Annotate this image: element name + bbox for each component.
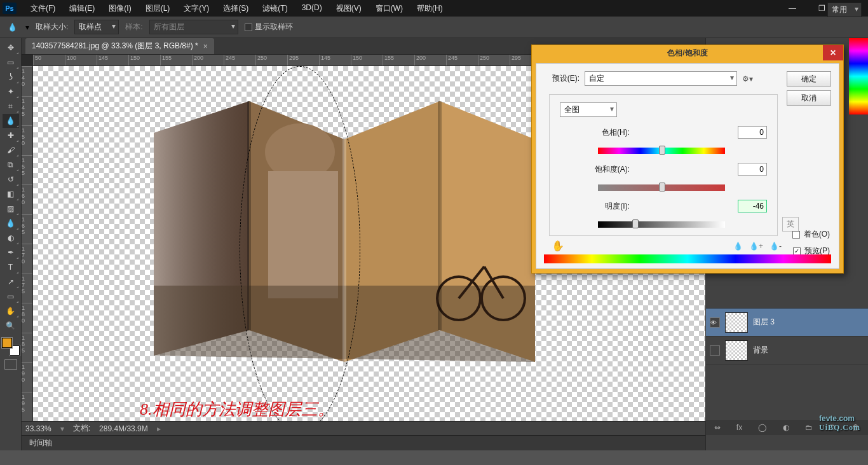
preset-menu-icon[interactable]: ⚙▾: [742, 74, 753, 83]
cancel-button[interactable]: 取消: [787, 90, 831, 106]
sample-size-select[interactable]: 取样点: [74, 20, 119, 34]
workspace-select[interactable]: 常用: [827, 3, 862, 17]
layer-style-icon[interactable]: fx: [736, 423, 742, 432]
menu-help[interactable]: 帮助(H): [410, 1, 449, 17]
selection-marquee: [240, 66, 360, 421]
layer-thumbnail[interactable]: [725, 312, 748, 333]
eyedropper-tool[interactable]: 💧: [3, 114, 19, 128]
hue-label: 色相(H):: [560, 127, 630, 138]
menu-image[interactable]: 图像(I): [102, 1, 137, 17]
main-menu: 文件(F) 编辑(E) 图像(I) 图层(L) 文字(Y) 选择(S) 滤镜(T…: [24, 1, 449, 17]
magic-wand-tool[interactable]: ✦: [3, 85, 19, 99]
colorize-label: 着色(O): [804, 229, 830, 240]
shape-tool[interactable]: ▭: [3, 289, 19, 303]
options-bar: 💧 ▾ 取样大小: 取样点 样本: 所有图层 显示取样环 常用: [0, 17, 868, 38]
ok-button[interactable]: 确定: [787, 71, 831, 87]
lasso-tool[interactable]: ʖ: [3, 70, 19, 84]
layer-name[interactable]: 图层 3: [753, 317, 775, 328]
saturation-slider[interactable]: [598, 184, 725, 191]
visibility-toggle[interactable]: [710, 317, 720, 328]
preset-label: 预设(E):: [544, 73, 580, 84]
hue-input[interactable]: [738, 126, 767, 139]
pen-tool[interactable]: ✒: [3, 246, 19, 260]
quick-mask-toggle[interactable]: [4, 359, 17, 370]
minimize-button[interactable]: —: [778, 1, 807, 15]
path-tool[interactable]: ↗: [3, 275, 19, 289]
menu-window[interactable]: 窗口(W): [369, 1, 409, 17]
layer-name[interactable]: 背景: [753, 345, 768, 356]
toolbox: ✥ ▭ ʖ ✦ ⌗ 💧 ✚ 🖌 ⧉ ↺ ◧ ▨ 💧 ◐ ✒ T ↗ ▭ ✋ 🔍: [0, 38, 22, 450]
dialog-close-button[interactable]: ✕: [823, 45, 843, 60]
saturation-input[interactable]: [738, 163, 767, 176]
sample-label: 样本:: [125, 22, 142, 32]
crop-tool[interactable]: ⌗: [3, 99, 19, 113]
layer-row[interactable]: 图层 3: [706, 309, 868, 337]
document-tab-title: 1403577584281.jpg @ 33.3% (图层 3, RGB/8#)…: [32, 41, 198, 52]
blur-tool[interactable]: 💧: [3, 216, 19, 230]
sample-size-label: 取样大小:: [36, 22, 68, 32]
eyedropper-add-icon[interactable]: 💧+: [749, 242, 763, 251]
layer-row[interactable]: 背景: [706, 337, 868, 364]
sample-layers-select[interactable]: 所有图层: [149, 20, 238, 34]
foreground-color-swatch[interactable]: [2, 338, 12, 348]
timeline-panel-tab[interactable]: 时间轴: [22, 435, 705, 450]
status-bar: 33.33% ▾ 文档: 289.4M/33.9M ▸: [22, 421, 705, 435]
dialog-body: 预设(E): 自定 ⚙▾ 确定 取消 全图 色相(H): 饱和度(A): 明度(…: [536, 63, 839, 269]
group-icon[interactable]: 🗀: [805, 423, 813, 432]
show-ring-label: 显示取样环: [255, 22, 293, 32]
menu-edit[interactable]: 编辑(E): [63, 1, 101, 17]
visibility-toggle[interactable]: [710, 345, 720, 356]
lightness-slider[interactable]: [598, 221, 725, 228]
marquee-tool[interactable]: ▭: [3, 55, 19, 69]
preset-select[interactable]: 自定: [585, 71, 737, 86]
eyedropper-group: 💧 💧+ 💧-: [733, 242, 782, 251]
healing-tool[interactable]: ✚: [3, 128, 19, 142]
saturation-label: 饱和度(A):: [560, 164, 630, 175]
titlebar: Ps 文件(F) 编辑(E) 图像(I) 图层(L) 文字(Y) 选择(S) 滤…: [0, 0, 868, 17]
channel-select[interactable]: 全图: [560, 102, 617, 117]
dodge-tool[interactable]: ◐: [3, 231, 19, 245]
menu-type[interactable]: 文字(Y): [177, 1, 215, 17]
scrubby-hand-icon[interactable]: ✋: [552, 240, 564, 252]
lightness-input[interactable]: [738, 200, 767, 212]
hue-saturation-dialog[interactable]: 色相/饱和度 ✕ 预设(E): 自定 ⚙▾ 确定 取消 全图 色相(H): 饱和…: [531, 45, 844, 274]
history-brush-tool[interactable]: ↺: [3, 172, 19, 186]
color-panel[interactable]: [849, 38, 868, 115]
gradient-tool[interactable]: ▨: [3, 202, 19, 216]
menu-layer[interactable]: 图层(L): [139, 1, 177, 17]
watermark: fevte.com UiBQ.Com: [819, 414, 860, 433]
brush-tool[interactable]: 🖌: [3, 143, 19, 157]
menu-file[interactable]: 文件(F): [24, 1, 62, 17]
hue-spectrum-strip: [544, 254, 831, 263]
show-sampling-ring-checkbox[interactable]: 显示取样环: [245, 22, 293, 32]
menu-3d[interactable]: 3D(D): [295, 1, 329, 17]
eyedropper-sample-icon[interactable]: 💧: [733, 242, 743, 251]
eyedropper-icon: 💧: [5, 20, 19, 34]
layer-mask-icon[interactable]: ◯: [758, 423, 766, 432]
zoom-level[interactable]: 33.33%: [25, 424, 51, 433]
color-swatches[interactable]: [2, 338, 20, 356]
menu-view[interactable]: 视图(V): [330, 1, 368, 17]
vertical-ruler: 140145150155160165170175180185190195: [22, 66, 33, 421]
menu-filter[interactable]: 滤镜(T): [256, 1, 294, 17]
type-tool[interactable]: T: [3, 260, 19, 274]
eyedropper-remove-icon[interactable]: 💧-: [770, 242, 782, 251]
annotation-text: 8.相同的方法调整图层三。: [140, 398, 334, 420]
zoom-tool[interactable]: 🔍: [3, 319, 19, 333]
stamp-tool[interactable]: ⧉: [3, 158, 19, 172]
move-tool[interactable]: ✥: [3, 41, 19, 55]
menu-select[interactable]: 选择(S): [217, 1, 255, 17]
dialog-inner: 全图 色相(H): 饱和度(A): 明度(I): 英: [549, 94, 778, 236]
doc-info-label: 文档:: [73, 423, 90, 434]
close-tab-icon[interactable]: ×: [203, 42, 208, 51]
hand-tool[interactable]: ✋: [3, 304, 19, 318]
adjustment-layer-icon[interactable]: ◐: [783, 423, 789, 432]
dialog-title: 色相/饱和度 ✕: [532, 45, 843, 60]
eraser-tool[interactable]: ◧: [3, 187, 19, 201]
layer-thumbnail[interactable]: [725, 340, 748, 361]
app-logo: Ps: [3, 3, 17, 14]
colorize-checkbox[interactable]: 着色(O): [792, 229, 830, 240]
link-layers-icon[interactable]: ⇔: [714, 423, 721, 432]
document-tab[interactable]: 1403577584281.jpg @ 33.3% (图层 3, RGB/8#)…: [25, 38, 214, 54]
hue-slider[interactable]: [598, 148, 725, 154]
